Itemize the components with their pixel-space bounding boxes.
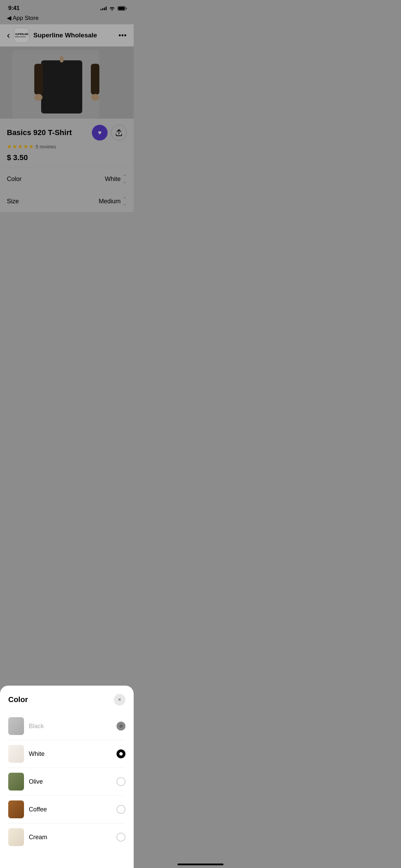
sheet-overlay[interactable] (0, 0, 134, 289)
